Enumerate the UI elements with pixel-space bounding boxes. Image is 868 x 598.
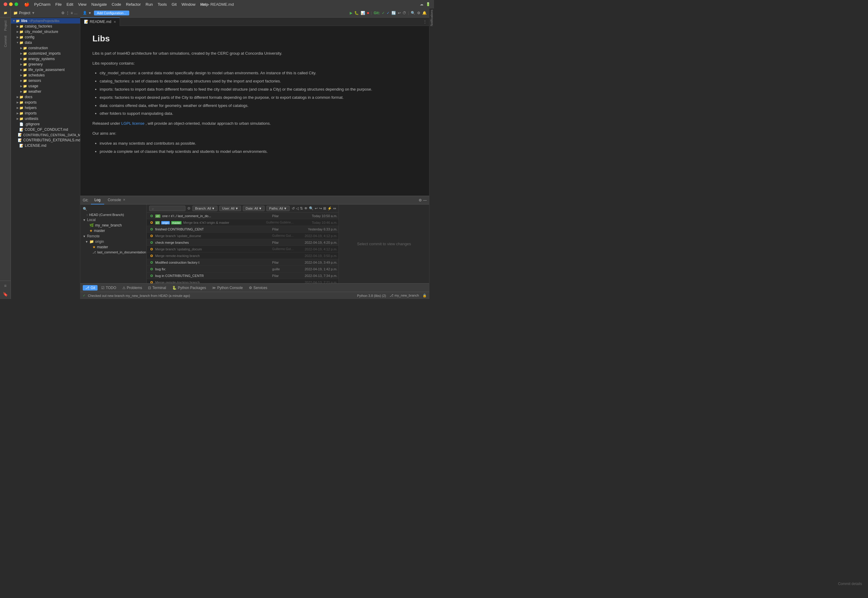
branch-indicator[interactable]: ⎇ my_new_branch (390, 293, 419, 298)
search-icon[interactable]: 🔍 (411, 11, 415, 15)
debug-icon[interactable]: 🐛 (354, 11, 359, 15)
tree-config[interactable]: ▶ 📁 config (11, 34, 80, 40)
settings-icon[interactable]: ⚙ (61, 11, 65, 15)
todo-tab[interactable]: ☑ TODO (99, 285, 118, 290)
tree-conduct[interactable]: ▶ 📝 CODE_OF_CONDUCT.md (11, 127, 80, 132)
commit-row[interactable]: Merge remote-tracking branch... 2022-04-… (147, 279, 339, 283)
git-revert[interactable]: ↩ (398, 11, 401, 15)
tree-exports[interactable]: ▶ 📁 exports (11, 100, 80, 105)
eye-icon[interactable]: 👁 (304, 206, 308, 211)
history-icon[interactable]: ⏱ (403, 11, 406, 15)
settings-icon[interactable]: ⚙ (187, 206, 191, 211)
settings-icon[interactable]: ⚙ (417, 11, 420, 15)
tree-license[interactable]: ▶ 📝 LICENSE.md (11, 143, 80, 148)
commit-tab[interactable]: Commit (3, 34, 8, 49)
refresh-icon[interactable]: ↺ (292, 206, 295, 211)
commit-row[interactable]: bug in CONTRIBUTING_CENTR Pilar 2022-04-… (147, 272, 339, 279)
grid-icon[interactable]: ⊞ (323, 206, 326, 211)
commit-row[interactable]: 🏷 one r 🏷../ last_comment_in_do... Pilar… (147, 212, 339, 219)
git-search-input[interactable] (149, 206, 185, 211)
commit-row[interactable]: check merge branches Pilar 2022-04-19, 4… (147, 239, 339, 246)
local-section[interactable]: ▼ Local (80, 217, 146, 223)
project-label[interactable]: Project (19, 11, 30, 15)
tree-contributing-ext[interactable]: ▶ 📝 CONTRIBUTING_EXTERNALS.md (11, 138, 80, 143)
minimize-panel-icon[interactable]: — (423, 198, 427, 202)
date-filter[interactable]: Date: All ▼ (243, 206, 264, 211)
tree-life-cycle[interactable]: ▶ 📁 life_cycle_assessment (11, 67, 80, 72)
menu-view[interactable]: View (78, 2, 87, 7)
menu-file[interactable]: File (55, 2, 61, 7)
stop-icon[interactable]: ■ (367, 11, 369, 15)
expand2-icon[interactable]: ⇔ (333, 206, 336, 211)
user-filter[interactable]: User: All ▼ (219, 206, 241, 211)
dropdown-icon[interactable]: ▼ (31, 11, 35, 15)
tree-customized-imports[interactable]: ▶ 📁 customized_imports (11, 51, 80, 56)
commit-row[interactable]: Merge branch 'update_docume Guillermo Gu… (147, 233, 339, 239)
console-close-icon[interactable]: ✕ (123, 198, 125, 202)
commit-row[interactable]: bug fix: guille 2022-04-19, 1:42 p.m. (147, 266, 339, 272)
tree-root[interactable]: ▼ 📁 libs ~/PycharmProjects/libs (11, 18, 80, 24)
python-console-tab[interactable]: ≫ Python Console (209, 285, 245, 290)
origin-section[interactable]: ▼ 📁 origin (80, 239, 146, 244)
paths-filter[interactable]: Paths: All ▼ (266, 206, 290, 211)
notifications-icon[interactable]: 🔔 (422, 11, 427, 15)
run-with-coverage[interactable]: 📊 (361, 11, 365, 15)
branch-master-local[interactable]: ★ master (80, 228, 146, 233)
maximize-button[interactable] (15, 2, 18, 6)
branch-origin-last[interactable]: ⎇ last_comment_in_documentation (80, 250, 146, 255)
tree-construction[interactable]: ▶ 📁 construction (11, 45, 80, 51)
redo-icon[interactable]: ↪ (319, 206, 322, 211)
menu-tools[interactable]: Tools (158, 2, 167, 7)
tree-docs[interactable]: ▶ 📁 docs (11, 94, 80, 100)
settings-icon[interactable]: ⚙ (418, 198, 422, 202)
commit-row[interactable]: Merge branch 'updating_docum Guillermo G… (147, 246, 339, 253)
python-packages-tab[interactable]: 🐍 Python Packages (170, 285, 208, 290)
filter-icon[interactable]: ⚡ (327, 206, 332, 211)
tree-unittests[interactable]: ▶ 📁 unittests (11, 116, 80, 121)
tree-data[interactable]: ▼ 📁 data (11, 40, 80, 45)
structure-icon[interactable]: ≡ (3, 282, 7, 289)
commit-row[interactable]: Modified construction factory t Pilar 20… (147, 259, 339, 266)
problems-tab[interactable]: ⚠ Problems (120, 285, 145, 290)
tab-close-icon[interactable]: ✕ (114, 20, 116, 24)
tree-greenery[interactable]: ▶ 📁 greenery (11, 61, 80, 67)
tree-helpers[interactable]: ▶ 📁 helpers (11, 105, 80, 111)
git-bottom-tab[interactable]: ⎇ Git (83, 285, 97, 290)
minimize-button[interactable] (9, 2, 13, 6)
branch-my-new[interactable]: 🌿 my_new_branch (80, 223, 146, 228)
commit-row[interactable]: finished CONTRIBUTING_CENT Pilar Yesterd… (147, 226, 339, 233)
project-tab[interactable]: Project (3, 19, 8, 33)
tree-sensors[interactable]: ▶ 📁 sensors (11, 78, 80, 83)
tree-energy-systems[interactable]: ▶ 📁 energy_systems (11, 56, 80, 61)
more-icon[interactable]: … (74, 11, 78, 15)
menu-pycharm[interactable]: 🍎 (24, 2, 29, 7)
tree-catalog-factories[interactable]: ▶ 📁 catalog_factories (11, 24, 80, 29)
license-link[interactable]: LGPL license (121, 121, 144, 126)
menu-run[interactable]: Run (146, 2, 153, 7)
notifications-side-icon[interactable]: Notifications (430, 10, 433, 26)
branch-origin-master[interactable]: ★ master (80, 244, 146, 250)
tree-schedules[interactable]: ▶ 📁 schedules (11, 72, 80, 78)
prev-icon[interactable]: ◁ (296, 206, 299, 211)
menu-refactor[interactable]: Refactor (126, 2, 141, 7)
more-tabs-icon[interactable]: ⋮ (423, 19, 427, 24)
user-dropdown[interactable]: ▼ (88, 11, 91, 15)
tree-contributing-central[interactable]: ▶ 📝 CONTRIBUTING_CENTRAL_DATA_MODEL.md (11, 132, 80, 138)
sort-icon[interactable]: ⇅ (300, 206, 303, 211)
tree-usage[interactable]: ▶ 📁 usage (11, 83, 80, 89)
branch-filter[interactable]: Branch: All ▼ (193, 206, 217, 211)
tree-city-model[interactable]: ▶ 📁 city_model_structure (11, 29, 80, 34)
python-version[interactable]: Python 3.8 (libs) (2) (357, 294, 386, 298)
menu-code[interactable]: Code (112, 2, 121, 7)
git-update[interactable]: 🔄 (391, 11, 396, 15)
services-tab[interactable]: ⚙ Services (247, 285, 270, 290)
undo-icon[interactable]: ↩ (315, 206, 318, 211)
tree-weather[interactable]: ▶ 📁 weather (11, 89, 80, 94)
terminal-tab[interactable]: ⊡ Terminal (146, 285, 168, 290)
tree-gitignore[interactable]: ▶ 📄 .gitignore (11, 121, 80, 127)
bookmark-icon[interactable]: 🔖 (1, 290, 9, 298)
remote-section[interactable]: ▼ Remote (80, 233, 146, 239)
expand-icon[interactable]: ⋮ (66, 11, 69, 15)
user-icon[interactable]: 👤 (83, 11, 87, 15)
tab-readme[interactable]: 📝 README.md ✕ (80, 18, 120, 26)
